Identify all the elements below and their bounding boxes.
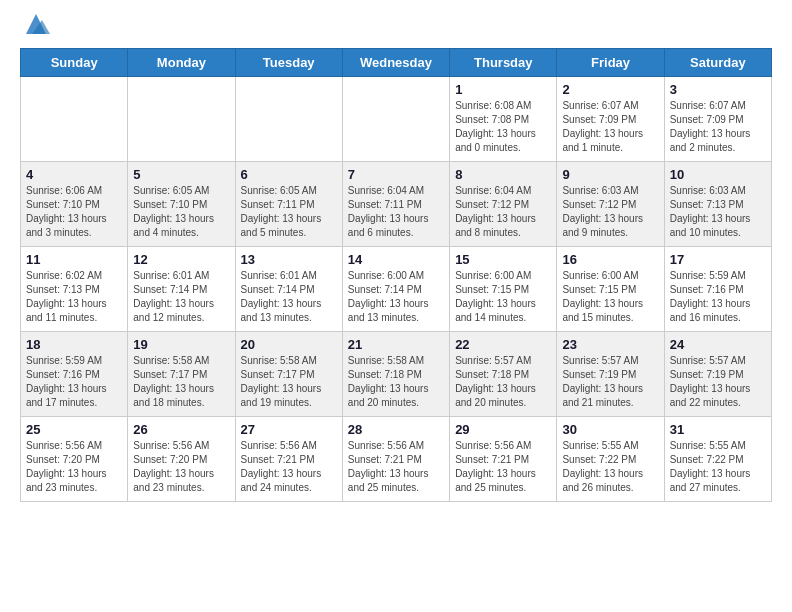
table-row: 6Sunrise: 6:05 AM Sunset: 7:11 PM Daylig…	[235, 162, 342, 247]
table-row: 18Sunrise: 5:59 AM Sunset: 7:16 PM Dayli…	[21, 332, 128, 417]
table-row: 22Sunrise: 5:57 AM Sunset: 7:18 PM Dayli…	[450, 332, 557, 417]
day-number: 11	[26, 252, 122, 267]
table-row: 31Sunrise: 5:55 AM Sunset: 7:22 PM Dayli…	[664, 417, 771, 502]
day-number: 19	[133, 337, 229, 352]
day-number: 29	[455, 422, 551, 437]
day-number: 18	[26, 337, 122, 352]
day-info: Sunrise: 6:03 AM Sunset: 7:13 PM Dayligh…	[670, 184, 766, 240]
day-info: Sunrise: 6:01 AM Sunset: 7:14 PM Dayligh…	[241, 269, 337, 325]
table-row: 5Sunrise: 6:05 AM Sunset: 7:10 PM Daylig…	[128, 162, 235, 247]
day-info: Sunrise: 5:55 AM Sunset: 7:22 PM Dayligh…	[670, 439, 766, 495]
page-header	[20, 20, 772, 38]
calendar-week-row: 11Sunrise: 6:02 AM Sunset: 7:13 PM Dayli…	[21, 247, 772, 332]
day-info: Sunrise: 5:59 AM Sunset: 7:16 PM Dayligh…	[670, 269, 766, 325]
day-info: Sunrise: 6:02 AM Sunset: 7:13 PM Dayligh…	[26, 269, 122, 325]
table-row: 16Sunrise: 6:00 AM Sunset: 7:15 PM Dayli…	[557, 247, 664, 332]
weekday-header: Saturday	[664, 49, 771, 77]
weekday-header: Friday	[557, 49, 664, 77]
table-row: 4Sunrise: 6:06 AM Sunset: 7:10 PM Daylig…	[21, 162, 128, 247]
table-row	[342, 77, 449, 162]
table-row	[128, 77, 235, 162]
weekday-header: Monday	[128, 49, 235, 77]
table-row: 12Sunrise: 6:01 AM Sunset: 7:14 PM Dayli…	[128, 247, 235, 332]
day-info: Sunrise: 6:08 AM Sunset: 7:08 PM Dayligh…	[455, 99, 551, 155]
table-row: 29Sunrise: 5:56 AM Sunset: 7:21 PM Dayli…	[450, 417, 557, 502]
table-row: 23Sunrise: 5:57 AM Sunset: 7:19 PM Dayli…	[557, 332, 664, 417]
day-info: Sunrise: 5:56 AM Sunset: 7:21 PM Dayligh…	[348, 439, 444, 495]
day-info: Sunrise: 5:57 AM Sunset: 7:18 PM Dayligh…	[455, 354, 551, 410]
day-number: 25	[26, 422, 122, 437]
table-row: 15Sunrise: 6:00 AM Sunset: 7:15 PM Dayli…	[450, 247, 557, 332]
day-number: 22	[455, 337, 551, 352]
logo-icon	[22, 10, 50, 38]
table-row: 26Sunrise: 5:56 AM Sunset: 7:20 PM Dayli…	[128, 417, 235, 502]
calendar-table: SundayMondayTuesdayWednesdayThursdayFrid…	[20, 48, 772, 502]
day-number: 17	[670, 252, 766, 267]
table-row: 28Sunrise: 5:56 AM Sunset: 7:21 PM Dayli…	[342, 417, 449, 502]
table-row: 10Sunrise: 6:03 AM Sunset: 7:13 PM Dayli…	[664, 162, 771, 247]
day-number: 8	[455, 167, 551, 182]
table-row: 9Sunrise: 6:03 AM Sunset: 7:12 PM Daylig…	[557, 162, 664, 247]
day-number: 10	[670, 167, 766, 182]
table-row: 19Sunrise: 5:58 AM Sunset: 7:17 PM Dayli…	[128, 332, 235, 417]
calendar-week-row: 1Sunrise: 6:08 AM Sunset: 7:08 PM Daylig…	[21, 77, 772, 162]
day-info: Sunrise: 6:03 AM Sunset: 7:12 PM Dayligh…	[562, 184, 658, 240]
day-info: Sunrise: 6:05 AM Sunset: 7:10 PM Dayligh…	[133, 184, 229, 240]
day-info: Sunrise: 5:58 AM Sunset: 7:17 PM Dayligh…	[241, 354, 337, 410]
day-info: Sunrise: 5:56 AM Sunset: 7:21 PM Dayligh…	[455, 439, 551, 495]
day-number: 15	[455, 252, 551, 267]
day-number: 2	[562, 82, 658, 97]
table-row: 8Sunrise: 6:04 AM Sunset: 7:12 PM Daylig…	[450, 162, 557, 247]
day-info: Sunrise: 5:57 AM Sunset: 7:19 PM Dayligh…	[670, 354, 766, 410]
calendar-header-row: SundayMondayTuesdayWednesdayThursdayFrid…	[21, 49, 772, 77]
day-info: Sunrise: 6:01 AM Sunset: 7:14 PM Dayligh…	[133, 269, 229, 325]
table-row: 14Sunrise: 6:00 AM Sunset: 7:14 PM Dayli…	[342, 247, 449, 332]
day-info: Sunrise: 5:59 AM Sunset: 7:16 PM Dayligh…	[26, 354, 122, 410]
weekday-header: Tuesday	[235, 49, 342, 77]
day-number: 24	[670, 337, 766, 352]
weekday-header: Wednesday	[342, 49, 449, 77]
table-row: 13Sunrise: 6:01 AM Sunset: 7:14 PM Dayli…	[235, 247, 342, 332]
day-number: 6	[241, 167, 337, 182]
day-number: 9	[562, 167, 658, 182]
day-info: Sunrise: 6:00 AM Sunset: 7:15 PM Dayligh…	[562, 269, 658, 325]
day-info: Sunrise: 5:56 AM Sunset: 7:20 PM Dayligh…	[133, 439, 229, 495]
day-number: 27	[241, 422, 337, 437]
calendar-week-row: 18Sunrise: 5:59 AM Sunset: 7:16 PM Dayli…	[21, 332, 772, 417]
day-number: 30	[562, 422, 658, 437]
calendar-week-row: 25Sunrise: 5:56 AM Sunset: 7:20 PM Dayli…	[21, 417, 772, 502]
table-row: 20Sunrise: 5:58 AM Sunset: 7:17 PM Dayli…	[235, 332, 342, 417]
day-number: 20	[241, 337, 337, 352]
table-row: 17Sunrise: 5:59 AM Sunset: 7:16 PM Dayli…	[664, 247, 771, 332]
day-number: 5	[133, 167, 229, 182]
day-number: 21	[348, 337, 444, 352]
table-row: 24Sunrise: 5:57 AM Sunset: 7:19 PM Dayli…	[664, 332, 771, 417]
day-info: Sunrise: 5:58 AM Sunset: 7:18 PM Dayligh…	[348, 354, 444, 410]
day-info: Sunrise: 6:00 AM Sunset: 7:15 PM Dayligh…	[455, 269, 551, 325]
calendar-week-row: 4Sunrise: 6:06 AM Sunset: 7:10 PM Daylig…	[21, 162, 772, 247]
day-info: Sunrise: 6:05 AM Sunset: 7:11 PM Dayligh…	[241, 184, 337, 240]
day-info: Sunrise: 5:57 AM Sunset: 7:19 PM Dayligh…	[562, 354, 658, 410]
table-row: 11Sunrise: 6:02 AM Sunset: 7:13 PM Dayli…	[21, 247, 128, 332]
logo	[20, 20, 50, 38]
day-info: Sunrise: 5:56 AM Sunset: 7:21 PM Dayligh…	[241, 439, 337, 495]
day-info: Sunrise: 6:07 AM Sunset: 7:09 PM Dayligh…	[562, 99, 658, 155]
day-number: 16	[562, 252, 658, 267]
day-number: 1	[455, 82, 551, 97]
table-row: 1Sunrise: 6:08 AM Sunset: 7:08 PM Daylig…	[450, 77, 557, 162]
day-number: 14	[348, 252, 444, 267]
day-info: Sunrise: 6:04 AM Sunset: 7:11 PM Dayligh…	[348, 184, 444, 240]
weekday-header: Thursday	[450, 49, 557, 77]
day-number: 12	[133, 252, 229, 267]
day-number: 7	[348, 167, 444, 182]
table-row	[235, 77, 342, 162]
day-info: Sunrise: 5:58 AM Sunset: 7:17 PM Dayligh…	[133, 354, 229, 410]
day-info: Sunrise: 6:04 AM Sunset: 7:12 PM Dayligh…	[455, 184, 551, 240]
day-info: Sunrise: 6:07 AM Sunset: 7:09 PM Dayligh…	[670, 99, 766, 155]
day-info: Sunrise: 5:55 AM Sunset: 7:22 PM Dayligh…	[562, 439, 658, 495]
weekday-header: Sunday	[21, 49, 128, 77]
day-number: 23	[562, 337, 658, 352]
day-number: 13	[241, 252, 337, 267]
day-info: Sunrise: 5:56 AM Sunset: 7:20 PM Dayligh…	[26, 439, 122, 495]
table-row: 2Sunrise: 6:07 AM Sunset: 7:09 PM Daylig…	[557, 77, 664, 162]
